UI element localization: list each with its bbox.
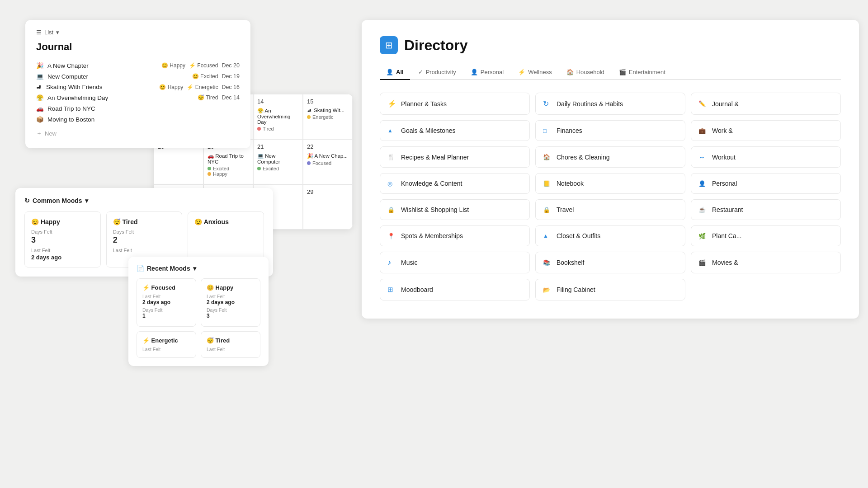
dir-item-icon	[698, 233, 708, 239]
directory-item[interactable]: Closet & Outfits	[535, 225, 685, 246]
cal-entry: 💻 New Computer	[257, 153, 299, 164]
mood-name: 😊 Happy	[31, 218, 94, 225]
directory-item[interactable]: Recipes & Meal Planner	[380, 146, 530, 168]
common-moods-header: ↻ Common Moods ▾	[24, 197, 264, 204]
dir-item-label: Spots & Memberships	[401, 232, 463, 239]
journal-entry[interactable]: 📦 Moving to Boston	[36, 114, 240, 125]
entry-date: Dec 16	[222, 84, 240, 90]
directory-tab[interactable]: 👤Personal	[464, 65, 510, 80]
tab-label: Productivity	[426, 69, 456, 75]
tab-label: Personal	[481, 69, 504, 75]
mood-dot	[208, 172, 211, 176]
directory-item[interactable]: Personal	[691, 173, 841, 194]
dir-item-label: Chores & Cleaning	[557, 154, 610, 161]
cal-mood: Energetic	[307, 114, 349, 120]
list-header: ☰ List ▾	[36, 29, 240, 36]
dir-item-icon	[698, 153, 708, 161]
rm-name: ⚡ Energetic	[142, 337, 190, 344]
stat-label: Last Felt	[113, 248, 176, 253]
rm-val: 2 days ago	[142, 299, 190, 305]
directory-item[interactable]: Notebook	[535, 173, 685, 194]
refresh-icon: ↻	[24, 197, 30, 204]
dir-item-label: Travel	[557, 206, 574, 213]
entry-right: 😊 Happy⚡ Energetic Dec 16	[159, 84, 240, 90]
entry-right: 😊 Happy⚡ Focused Dec 20	[161, 62, 240, 69]
calendar-cell[interactable]: 15⛸ Skating Wit...Energetic	[303, 94, 353, 139]
directory-item[interactable]: Goals & Milestones	[380, 120, 530, 141]
dir-item-icon	[543, 127, 552, 134]
directory-item[interactable]: Moodboard	[380, 279, 530, 300]
journal-entry[interactable]: ⛸ Skating With Friends 😊 Happy⚡ Energeti…	[36, 82, 240, 92]
directory-tab[interactable]: ✓Productivity	[412, 65, 462, 80]
entry-emoji: ⛸	[36, 84, 42, 90]
tab-label: All	[396, 69, 404, 75]
dir-item-label: Workout	[712, 154, 736, 161]
common-moods-title: Common Moods	[33, 197, 82, 204]
mood-dot	[307, 161, 311, 165]
journal-entry[interactable]: 😤 An Overwhelming Day 😴 Tired Dec 14	[36, 92, 240, 103]
recent-mood-item[interactable]: ⚡ Focused Last Felt 2 days ago Days Felt…	[137, 278, 196, 327]
directory-tab[interactable]: 🏠Household	[560, 65, 611, 80]
entry-emoji: 📦	[36, 116, 44, 123]
journal-entry[interactable]: 🎉 A New Chapter 😊 Happy⚡ Focused Dec 20	[36, 60, 240, 71]
dir-item-icon	[698, 127, 708, 134]
directory-title: Directory	[404, 37, 468, 54]
cal-mood: Excited	[257, 166, 299, 171]
directory-item[interactable]: Workout	[691, 146, 841, 168]
directory-item[interactable]: Planner & Tasks	[380, 93, 530, 115]
directory-item[interactable]: Work &	[691, 120, 841, 141]
mood-name: 😟 Anxious	[194, 218, 257, 225]
dir-item-icon	[543, 180, 552, 187]
rm-val: 2 days ago	[207, 299, 255, 305]
directory-item[interactable]: Music	[380, 252, 530, 273]
directory-item[interactable]: Bookshelf	[535, 252, 685, 273]
cal-day-num: 15	[307, 98, 349, 105]
chevron-down-icon: ▾	[56, 29, 59, 36]
entry-title: Skating With Friends	[46, 84, 103, 90]
directory-item[interactable]: Daily Routines & Habits	[535, 93, 685, 115]
recent-mood-item[interactable]: 😊 Happy Last Felt 2 days ago Days Felt 3	[201, 278, 260, 327]
recent-mood-item[interactable]: 😴 Tired Last Felt	[201, 331, 260, 358]
tab-icon: 👤	[471, 69, 478, 75]
new-label: New	[45, 130, 57, 137]
calendar-cell[interactable]: 14😤 An Overwhelming DayTired	[253, 94, 303, 139]
rm-label: Last Felt	[207, 294, 255, 299]
calendar-cell[interactable]: 22🎉 A New Chap...Focused	[303, 139, 353, 184]
recent-mood-item[interactable]: ⚡ Energetic Last Felt	[137, 331, 196, 358]
list-label[interactable]: List	[44, 29, 53, 36]
dir-item-icon	[387, 154, 396, 160]
entry-title: Road Trip to NYC	[47, 105, 95, 112]
directory-item[interactable]: Restaurant	[691, 199, 841, 220]
entry-right: 😊 Excited Dec 19	[192, 73, 240, 80]
journal-entry[interactable]: 💻 New Computer 😊 Excited Dec 19	[36, 71, 240, 82]
directory-item[interactable]: Spots & Memberships	[380, 225, 530, 246]
dir-item-icon	[698, 259, 708, 266]
calendar-cell[interactable]: 21💻 New ComputerExcited	[253, 139, 303, 184]
dir-item-label: Finances	[557, 127, 582, 134]
cal-entry: 🎉 A New Chap...	[307, 153, 349, 159]
directory-item[interactable]: Movies &	[691, 252, 841, 273]
journal-entry[interactable]: 🚗 Road Trip to NYC	[36, 103, 240, 114]
directory-item[interactable]: Knowledge & Content	[380, 173, 530, 194]
dir-item-label: Notebook	[557, 180, 584, 187]
directory-item[interactable]: Travel	[535, 199, 685, 220]
entry-emoji: 🎉	[36, 62, 44, 69]
cal-entry: 🚗 Road Trip to NYC	[208, 153, 249, 164]
tab-icon: ✓	[418, 69, 423, 75]
directory-item[interactable]: Chores & Cleaning	[535, 146, 685, 168]
directory-tab[interactable]: ⚡Wellness	[512, 65, 558, 80]
entry-emoji: 💻	[36, 73, 44, 80]
directory-tab[interactable]: 👤All	[380, 65, 410, 80]
mood-item[interactable]: 😊 Happy Days Felt3 Last Felt2 days ago	[24, 211, 101, 267]
directory-item[interactable]: Wishlist & Shopping List	[380, 199, 530, 220]
directory-tab[interactable]: 🎬Entertainment	[613, 65, 672, 80]
tab-label: Wellness	[528, 69, 552, 75]
calendar-cell[interactable]: 29	[303, 184, 353, 230]
directory-item[interactable]: Filing Cabinet	[535, 279, 685, 300]
dir-item-label: Work &	[712, 127, 733, 134]
directory-item[interactable]: Finances	[535, 120, 685, 141]
rm-val: 1	[142, 313, 190, 319]
new-entry-button[interactable]: ＋ New	[36, 129, 240, 137]
directory-item[interactable]: Journal &	[691, 93, 841, 115]
directory-item[interactable]: Plant Ca...	[691, 225, 841, 246]
